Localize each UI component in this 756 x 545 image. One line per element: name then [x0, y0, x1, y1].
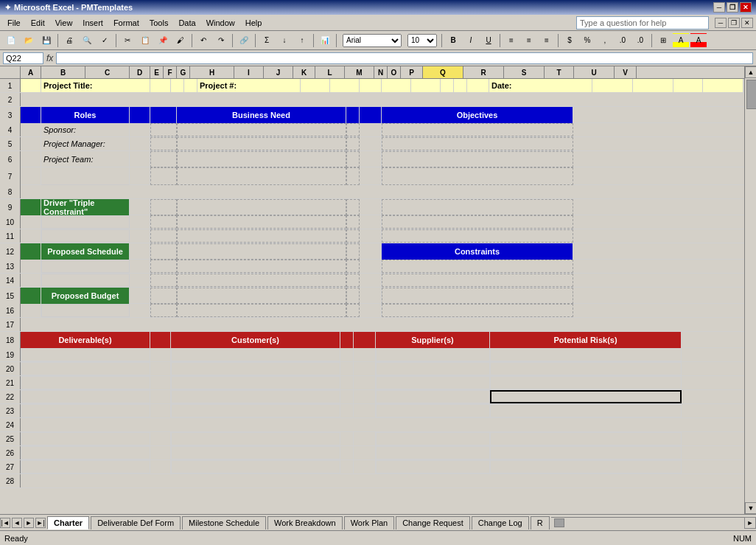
- cell-cust-22[interactable]: [171, 390, 340, 403]
- align-center-button[interactable]: ≡: [521, 33, 537, 48]
- font-color-button[interactable]: A: [690, 33, 707, 48]
- cell-efg16[interactable]: [150, 304, 177, 317]
- cell-efg5[interactable]: [150, 137, 177, 150]
- cell-d25[interactable]: [150, 432, 171, 445]
- cell-cust-21[interactable]: [171, 376, 340, 389]
- h-scroll-thumb[interactable]: [554, 518, 564, 527]
- scroll-track[interactable]: [745, 78, 756, 502]
- cell-a10[interactable]: [21, 215, 41, 229]
- cell-p15[interactable]: [360, 288, 382, 304]
- col-header-v[interactable]: V: [615, 66, 637, 78]
- cell-supp-26[interactable]: [376, 446, 490, 459]
- col-header-m[interactable]: M: [345, 66, 374, 78]
- cell-p21[interactable]: [354, 376, 376, 389]
- cell-no12[interactable]: [346, 243, 360, 260]
- cell-bc15[interactable]: Proposed Budget: [41, 288, 130, 304]
- cell-risk-26[interactable]: [490, 446, 682, 459]
- tab-r[interactable]: R: [531, 516, 550, 530]
- cell-no23[interactable]: [340, 404, 354, 417]
- cell-a11[interactable]: [21, 229, 41, 243]
- col-header-i[interactable]: I: [234, 66, 264, 78]
- cell-n1[interactable]: [441, 79, 454, 92]
- cell-efg9[interactable]: [150, 199, 177, 215]
- cell-d14[interactable]: [130, 274, 150, 287]
- underline-button[interactable]: U: [480, 33, 497, 48]
- cell-bc10[interactable]: [41, 215, 130, 229]
- cell-p13[interactable]: [360, 260, 382, 273]
- menu-view[interactable]: View: [51, 17, 77, 29]
- print-button[interactable]: 🖨: [61, 33, 77, 48]
- cell-qrstu3[interactable]: Objectives: [382, 107, 573, 123]
- cell-efg7[interactable]: [150, 167, 177, 185]
- cell-qrstu4[interactable]: [382, 123, 573, 136]
- cell-hijklm7[interactable]: [177, 167, 346, 185]
- cell-p4[interactable]: [360, 123, 382, 136]
- cell-bc4[interactable]: Sponsor:: [41, 123, 130, 136]
- cell-del-23[interactable]: [21, 404, 150, 417]
- sort-asc-button[interactable]: ↓: [276, 33, 293, 48]
- tab-nav-first[interactable]: |◄: [0, 518, 10, 528]
- cell-supp-27[interactable]: [376, 460, 490, 473]
- menu-help[interactable]: Help: [241, 17, 267, 29]
- col-header-p[interactable]: P: [401, 66, 423, 78]
- cell-d26[interactable]: [150, 446, 171, 459]
- cell-hijklm3[interactable]: Business Need: [177, 107, 346, 123]
- cell-no11[interactable]: [346, 229, 360, 243]
- cell-qrstu6[interactable]: [382, 151, 573, 167]
- fill-color-button[interactable]: A: [673, 33, 689, 48]
- col-header-c[interactable]: C: [85, 66, 130, 78]
- spellcheck-button[interactable]: ✓: [97, 33, 113, 48]
- col-header-s[interactable]: S: [504, 66, 545, 78]
- cell-d13[interactable]: [130, 260, 150, 273]
- col-header-j[interactable]: J: [264, 66, 293, 78]
- cell-del-26[interactable]: [21, 446, 150, 459]
- cell-qrstu14[interactable]: [382, 274, 573, 287]
- cell-qrstu13[interactable]: [382, 260, 573, 273]
- italic-button[interactable]: I: [463, 33, 479, 48]
- scroll-thumb[interactable]: [746, 80, 756, 109]
- cell-cust-26[interactable]: [171, 446, 340, 459]
- cell-no26[interactable]: [340, 446, 354, 459]
- cell-supp-23[interactable]: [376, 404, 490, 417]
- help-question-box[interactable]: Type a question for help: [576, 16, 709, 29]
- cell-d22[interactable]: [150, 390, 171, 403]
- cell-del-19[interactable]: [21, 348, 150, 361]
- cell-p14[interactable]: [360, 274, 382, 287]
- cell-d21[interactable]: [150, 376, 171, 389]
- cell-no16[interactable]: [346, 304, 360, 317]
- autosum-button[interactable]: Σ: [259, 33, 275, 48]
- cell-q22-selected[interactable]: [490, 390, 682, 403]
- cell-u1[interactable]: [703, 79, 743, 92]
- cell-del-27[interactable]: [21, 460, 150, 473]
- close-button[interactable]: ✕: [740, 2, 752, 13]
- currency-button[interactable]: $: [561, 33, 578, 48]
- cell-d16[interactable]: [130, 304, 150, 317]
- cell-hijklm11[interactable]: [177, 229, 346, 243]
- cell-risk-19[interactable]: [490, 348, 682, 361]
- cell-a8[interactable]: [21, 185, 744, 198]
- cell-d7[interactable]: [130, 167, 150, 185]
- menu-format[interactable]: Format: [109, 17, 144, 29]
- cell-supp-19[interactable]: [376, 348, 490, 361]
- cell-bc6[interactable]: Project Team:: [41, 151, 130, 167]
- cell-bc5[interactable]: Project Manager:: [41, 137, 130, 150]
- preview-button[interactable]: 🔍: [79, 33, 95, 48]
- cell-p23[interactable]: [354, 404, 376, 417]
- menu-data[interactable]: Data: [174, 17, 200, 29]
- scroll-right-button[interactable]: ►: [744, 517, 756, 529]
- cell-suppliers-18[interactable]: Supplier(s): [376, 332, 490, 348]
- cell-r1[interactable]: [592, 79, 633, 92]
- cell-a9[interactable]: [21, 199, 41, 215]
- col-header-k[interactable]: K: [293, 66, 315, 78]
- restore-button[interactable]: ❐: [727, 2, 738, 13]
- restore-app-button[interactable]: ❐: [728, 18, 740, 28]
- cell-a13[interactable]: [21, 260, 41, 273]
- cell-d12[interactable]: [130, 243, 150, 260]
- cell-f1[interactable]: [184, 79, 197, 92]
- horizontal-scrollbar[interactable]: [551, 517, 744, 529]
- percent-button[interactable]: %: [579, 33, 595, 48]
- cell-p5[interactable]: [360, 137, 382, 150]
- cell-efg6[interactable]: [150, 151, 177, 167]
- cell-b1[interactable]: Project Title:: [41, 79, 150, 92]
- cell-no10[interactable]: [346, 215, 360, 229]
